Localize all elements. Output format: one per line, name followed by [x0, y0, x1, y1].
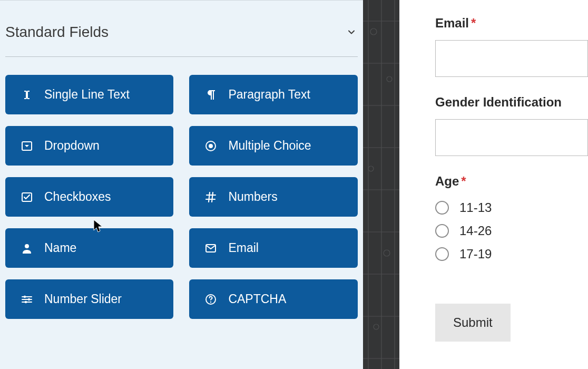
svg-point-14 [384, 250, 390, 256]
age-label: Age* [435, 174, 588, 189]
age-radio-group: 11-13 14-26 17-19 [435, 200, 588, 261]
svg-point-7 [28, 298, 30, 300]
field-label: Numbers [228, 190, 277, 204]
field-multiple-choice[interactable]: Multiple Choice [189, 126, 357, 166]
svg-point-12 [387, 76, 392, 82]
radio-icon [204, 139, 218, 153]
svg-point-11 [370, 28, 377, 35]
svg-point-15 [374, 324, 379, 329]
gender-input[interactable] [435, 119, 588, 156]
email-input[interactable] [435, 40, 588, 77]
age-option-label: 11-13 [459, 200, 492, 215]
svg-point-8 [25, 300, 27, 303]
age-option[interactable]: 17-19 [435, 247, 588, 261]
field-number-slider[interactable]: Number Slider [5, 279, 173, 319]
age-option-label: 14-26 [459, 224, 492, 238]
svg-point-10 [210, 301, 211, 302]
sliders-icon [20, 293, 34, 306]
field-label: Number Slider [44, 292, 122, 306]
age-option[interactable]: 14-26 [435, 224, 588, 238]
question-circle-icon [204, 293, 218, 306]
hash-icon [204, 190, 218, 204]
text-cursor-icon [20, 88, 34, 102]
field-label: Dropdown [44, 139, 100, 153]
field-email[interactable]: Email [189, 228, 357, 268]
divider-gap [363, 0, 399, 369]
field-grid: Single Line Text Paragraph Text Dropdown… [5, 75, 358, 319]
field-label: Name [44, 241, 76, 255]
age-option[interactable]: 11-13 [435, 200, 588, 215]
email-label: Email* [435, 16, 588, 31]
radio-circle-icon [435, 201, 449, 215]
age-label-text: Age [435, 174, 459, 188]
paragraph-icon [204, 88, 218, 102]
required-asterisk: * [471, 16, 476, 30]
field-checkboxes[interactable]: Checkboxes [5, 177, 173, 217]
form-row-gender: Gender Identification [435, 95, 588, 156]
section-header[interactable]: Standard Fields [5, 1, 358, 57]
field-label: Paragraph Text [228, 88, 310, 102]
user-icon [20, 241, 34, 255]
svg-point-6 [24, 295, 26, 297]
svg-point-13 [368, 166, 374, 171]
section-title: Standard Fields [5, 24, 109, 41]
form-preview: Email* Gender Identification Age* 11-13 … [399, 0, 588, 369]
dropdown-icon [20, 139, 34, 153]
chevron-down-icon [345, 26, 358, 38]
field-numbers[interactable]: Numbers [189, 177, 357, 217]
radio-circle-icon [435, 247, 449, 261]
radio-circle-icon [435, 224, 449, 238]
field-single-line-text[interactable]: Single Line Text [5, 75, 173, 114]
field-label: CAPTCHA [228, 292, 286, 306]
required-asterisk: * [461, 174, 466, 188]
form-row-email: Email* [435, 16, 588, 77]
field-label: Multiple Choice [228, 139, 311, 153]
svg-point-4 [25, 244, 29, 248]
form-row-age: Age* 11-13 14-26 17-19 [435, 174, 588, 261]
age-option-label: 17-19 [459, 247, 492, 261]
svg-point-2 [209, 144, 213, 148]
email-label-text: Email [435, 16, 469, 30]
envelope-icon [204, 241, 218, 255]
field-label: Checkboxes [44, 190, 111, 204]
field-name[interactable]: Name [5, 228, 173, 268]
gender-label: Gender Identification [435, 95, 588, 110]
field-paragraph-text[interactable]: Paragraph Text [189, 75, 357, 114]
fields-panel: Standard Fields Single Line Text Paragra… [0, 0, 363, 369]
field-dropdown[interactable]: Dropdown [5, 126, 173, 166]
submit-button[interactable]: Submit [435, 304, 511, 342]
field-captcha[interactable]: CAPTCHA [189, 279, 357, 319]
field-label: Email [228, 241, 259, 255]
checkbox-icon [20, 190, 34, 204]
field-label: Single Line Text [44, 88, 130, 102]
